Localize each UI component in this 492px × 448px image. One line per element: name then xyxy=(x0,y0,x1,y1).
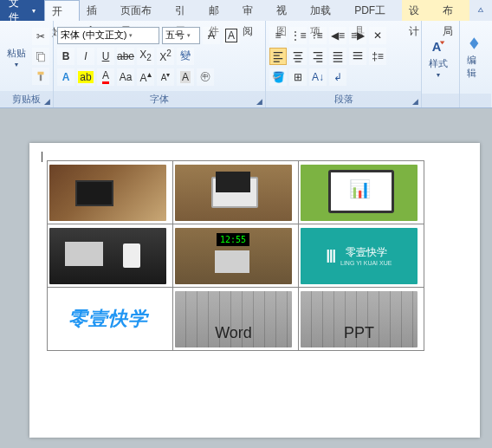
cut-button[interactable]: ✂ xyxy=(32,28,49,45)
tab-table-layout[interactable]: 布局 xyxy=(436,0,469,21)
tab-references[interactable]: 引用 xyxy=(168,0,202,21)
text-cursor xyxy=(42,152,42,162)
tab-pdf-tools[interactable]: PDF工具 xyxy=(347,0,401,21)
tab-view[interactable]: 视图 xyxy=(269,0,303,21)
character-border-button[interactable]: A xyxy=(223,27,240,44)
copy-icon xyxy=(35,50,47,62)
paste-button[interactable]: 粘贴 ▼ xyxy=(3,23,29,88)
ribbon: 文件 开始 插入 页面布局 引用 邮件 审阅 视图 加载项 PDF工具 设计 布… xyxy=(0,0,492,108)
table-cell[interactable] xyxy=(299,161,424,224)
group-label-styles xyxy=(422,94,459,107)
shrink-font-icon: A▾ xyxy=(161,70,171,82)
table-cell[interactable] xyxy=(48,224,173,288)
outdent-icon: ◀≡ xyxy=(331,29,345,42)
underline-button[interactable]: U xyxy=(97,48,114,65)
strikethrough-button[interactable]: abe xyxy=(117,48,134,65)
sort-button[interactable]: A↓ xyxy=(309,68,327,86)
document-page[interactable]: 零壹快学LING YI KUAI XUE 零壹快学 Word PPT xyxy=(29,143,480,438)
group-clipboard: 粘贴 ▼ ✂ 剪贴板◢ xyxy=(0,21,54,107)
image-monitor-chart[interactable] xyxy=(301,165,418,221)
subscript-button[interactable]: X2 xyxy=(137,48,154,65)
shading-button[interactable]: 🪣 xyxy=(269,68,287,86)
decrease-indent-button[interactable]: ◀≡ xyxy=(329,27,346,44)
table-cell[interactable]: Word xyxy=(173,288,299,351)
table-cell[interactable] xyxy=(173,224,299,288)
bullets-button[interactable]: ≡ xyxy=(269,27,287,44)
image-logo-text[interactable]: 零壹快学 xyxy=(49,291,166,347)
bullets-icon: ≡ xyxy=(275,29,281,42)
italic-button[interactable]: I xyxy=(77,48,94,65)
strike-icon: abe xyxy=(117,50,134,62)
numbering-button[interactable]: ⋮≡ xyxy=(289,27,307,44)
dialog-launcher-icon[interactable]: ◢ xyxy=(256,97,262,106)
font-family-select[interactable]: 宋体 (中文正文) xyxy=(57,27,159,44)
superscript-button[interactable]: X2 xyxy=(157,48,174,65)
image-keyboard-ppt[interactable]: PPT xyxy=(301,291,418,347)
inserted-table[interactable]: 零壹快学LING YI KUAI XUE 零壹快学 Word PPT xyxy=(47,160,424,351)
image-keyboard-word[interactable]: Word xyxy=(175,291,292,347)
image-brand-teal[interactable]: 零壹快学LING YI KUAI XUE xyxy=(301,228,418,284)
enclose-character-button[interactable]: ㊥ xyxy=(197,68,214,86)
superscript-icon: X2 xyxy=(159,49,172,63)
image-devices[interactable] xyxy=(49,228,166,284)
change-case-button[interactable]: Aa xyxy=(117,68,134,86)
text-effects-button[interactable]: A xyxy=(57,68,74,86)
phonetic-icon: 變 xyxy=(180,49,191,63)
table-cell[interactable]: PPT xyxy=(299,288,424,351)
show-marks-button[interactable]: ↲ xyxy=(329,68,346,86)
table-cell[interactable] xyxy=(173,161,299,224)
collapse-ribbon-icon[interactable]: ㅿ xyxy=(469,4,492,16)
table-row xyxy=(48,161,424,224)
tab-mailings[interactable]: 邮件 xyxy=(202,0,236,21)
align-distribute-button[interactable] xyxy=(349,48,366,65)
font-size-select[interactable]: 五号 xyxy=(162,27,200,44)
tab-addins[interactable]: 加载项 xyxy=(303,0,347,21)
group-label-editing xyxy=(460,94,491,107)
asian-layout-button[interactable]: ✕ xyxy=(369,27,386,44)
align-justify-button[interactable] xyxy=(329,48,346,65)
table-cell[interactable]: 零壹快学 xyxy=(48,288,173,351)
align-right-button[interactable] xyxy=(309,48,327,65)
clear-formatting-button[interactable]: A xyxy=(203,27,220,44)
align-justify-icon xyxy=(332,50,344,62)
image-desk-monitor[interactable] xyxy=(49,165,166,221)
font-color-icon: A xyxy=(102,69,109,84)
tab-insert[interactable]: 插入 xyxy=(80,0,113,21)
styles-button[interactable]: A 样式 ▼ xyxy=(425,23,451,91)
file-tab[interactable]: 文件 xyxy=(0,0,44,21)
group-styles: A 样式 ▼ xyxy=(422,21,460,107)
line-spacing-button[interactable]: ‡≡ xyxy=(369,48,386,65)
multilevel-list-button[interactable]: ⁝≡ xyxy=(309,27,327,44)
tab-home[interactable]: 开始 xyxy=(44,0,80,21)
image-clock-desk[interactable] xyxy=(175,228,292,284)
borders-button[interactable]: ⊞ xyxy=(289,68,307,86)
align-right-icon xyxy=(312,50,324,62)
dialog-launcher-icon[interactable]: ◢ xyxy=(412,97,418,106)
char-shade-icon: A xyxy=(180,71,191,83)
table-row: 零壹快学 Word PPT xyxy=(48,288,424,351)
tab-page-layout[interactable]: 页面布局 xyxy=(113,0,167,21)
tab-review[interactable]: 审阅 xyxy=(236,0,269,21)
font-color-button[interactable]: A xyxy=(97,68,114,86)
format-painter-button[interactable] xyxy=(32,68,49,85)
phonetic-guide-button[interactable]: 變 xyxy=(177,48,194,65)
bold-button[interactable]: B xyxy=(57,48,74,65)
copy-button[interactable] xyxy=(32,48,49,65)
highlight-button[interactable]: ab xyxy=(77,68,94,86)
tab-table-design[interactable]: 设计 xyxy=(402,0,436,21)
numbering-icon: ⋮≡ xyxy=(290,29,307,42)
grow-font-button[interactable]: A▴ xyxy=(137,68,154,86)
group-label-clipboard: 剪贴板◢ xyxy=(0,91,53,107)
shrink-font-button[interactable]: A▾ xyxy=(157,68,174,86)
increase-indent-button[interactable]: ≡▶ xyxy=(349,27,366,44)
align-left-button[interactable] xyxy=(269,48,287,65)
table-cell[interactable]: 零壹快学LING YI KUAI XUE xyxy=(299,224,424,288)
table-cell[interactable] xyxy=(48,161,173,224)
dialog-launcher-icon[interactable]: ◢ xyxy=(44,97,50,106)
subscript-icon: X2 xyxy=(139,49,152,62)
align-center-button[interactable] xyxy=(289,48,307,65)
sort-icon: A↓ xyxy=(312,71,324,83)
editing-button[interactable]: 编辑 xyxy=(463,23,488,91)
image-laptop-wood[interactable] xyxy=(175,165,292,221)
character-shading-button[interactable]: A xyxy=(177,68,194,86)
